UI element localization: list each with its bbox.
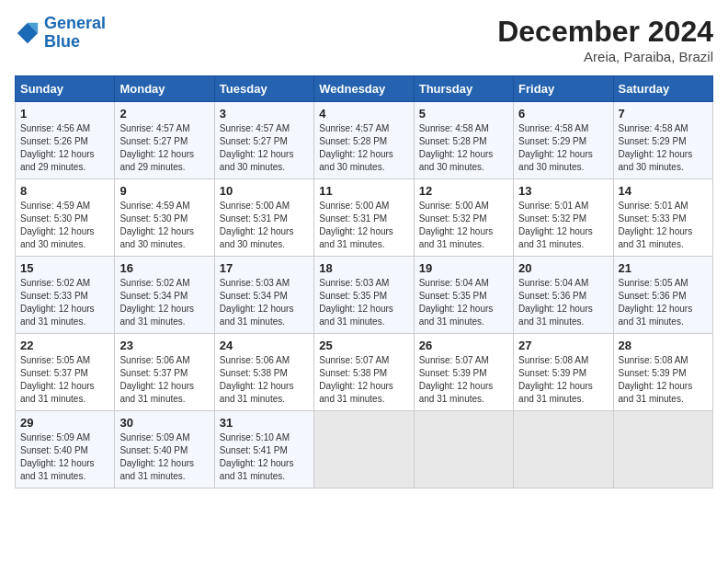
day-number: 2 [119,107,209,121]
day-info: Sunrise: 4:58 AM Sunset: 5:29 PM Dayligh… [619,122,708,174]
day-info: Sunrise: 5:06 AM Sunset: 5:37 PM Dayligh… [119,354,209,406]
calendar-cell: 21Sunrise: 5:05 AM Sunset: 5:36 PM Dayli… [613,257,712,334]
day-number: 11 [319,184,408,198]
day-number: 1 [20,107,109,121]
calendar-cell: 15Sunrise: 5:02 AM Sunset: 5:33 PM Dayli… [16,257,115,334]
calendar-cell: 29Sunrise: 5:09 AM Sunset: 5:40 PM Dayli… [16,411,115,488]
day-number: 18 [319,261,408,275]
calendar-cell: 30Sunrise: 5:09 AM Sunset: 5:40 PM Dayli… [115,411,214,488]
logo: GeneralBlue [15,15,106,52]
day-number: 19 [419,261,508,275]
day-number: 25 [319,339,408,352]
day-info: Sunrise: 5:08 AM Sunset: 5:39 PM Dayligh… [518,354,608,406]
day-info: Sunrise: 5:01 AM Sunset: 5:32 PM Dayligh… [518,200,608,251]
col-wednesday: Wednesday [314,76,414,102]
day-info: Sunrise: 5:04 AM Sunset: 5:35 PM Dayligh… [419,277,508,328]
day-number: 15 [20,261,109,275]
calendar-cell: 5Sunrise: 4:58 AM Sunset: 5:28 PM Daylig… [414,102,513,179]
calendar-week-2: 8Sunrise: 4:59 AM Sunset: 5:30 PM Daylig… [16,179,713,257]
calendar-cell [514,411,613,488]
calendar-cell: 31Sunrise: 5:10 AM Sunset: 5:41 PM Dayli… [214,411,313,488]
calendar-table: Sunday Monday Tuesday Wednesday Thursday… [15,75,713,488]
calendar-week-4: 22Sunrise: 5:05 AM Sunset: 5:37 PM Dayli… [16,334,713,411]
day-info: Sunrise: 5:00 AM Sunset: 5:32 PM Dayligh… [419,200,508,251]
day-number: 26 [419,339,508,352]
day-number: 21 [619,261,708,275]
day-info: Sunrise: 5:05 AM Sunset: 5:36 PM Dayligh… [619,277,708,328]
day-info: Sunrise: 5:01 AM Sunset: 5:33 PM Dayligh… [619,200,708,251]
col-monday: Monday [115,76,214,102]
calendar-cell: 3Sunrise: 4:57 AM Sunset: 5:27 PM Daylig… [214,102,313,179]
day-info: Sunrise: 5:09 AM Sunset: 5:40 PM Dayligh… [20,431,109,483]
day-number: 14 [619,184,708,198]
day-number: 4 [319,107,408,121]
calendar-cell: 27Sunrise: 5:08 AM Sunset: 5:39 PM Dayli… [514,334,613,411]
day-info: Sunrise: 5:00 AM Sunset: 5:31 PM Dayligh… [220,200,309,251]
day-number: 13 [518,184,608,198]
calendar-cell: 23Sunrise: 5:06 AM Sunset: 5:37 PM Dayli… [115,334,214,411]
day-number: 22 [20,339,109,352]
day-number: 24 [220,339,309,352]
day-info: Sunrise: 5:10 AM Sunset: 5:41 PM Dayligh… [220,431,309,483]
calendar-cell [613,411,712,488]
calendar-cell: 19Sunrise: 5:04 AM Sunset: 5:35 PM Dayli… [414,257,513,334]
calendar-cell: 25Sunrise: 5:07 AM Sunset: 5:38 PM Dayli… [314,334,414,411]
col-thursday: Thursday [414,76,513,102]
calendar-cell: 6Sunrise: 4:58 AM Sunset: 5:29 PM Daylig… [514,102,613,179]
calendar-cell: 7Sunrise: 4:58 AM Sunset: 5:29 PM Daylig… [613,102,712,179]
day-number: 30 [119,416,209,430]
calendar-cell: 8Sunrise: 4:59 AM Sunset: 5:30 PM Daylig… [16,179,115,257]
calendar-cell: 1Sunrise: 4:56 AM Sunset: 5:26 PM Daylig… [16,102,115,179]
day-info: Sunrise: 5:03 AM Sunset: 5:34 PM Dayligh… [220,277,309,328]
calendar-cell: 17Sunrise: 5:03 AM Sunset: 5:34 PM Dayli… [214,257,313,334]
day-info: Sunrise: 4:57 AM Sunset: 5:27 PM Dayligh… [119,122,209,174]
day-number: 12 [419,184,508,198]
day-number: 17 [220,261,309,275]
calendar-week-3: 15Sunrise: 5:02 AM Sunset: 5:33 PM Dayli… [16,257,713,334]
day-number: 28 [619,339,708,352]
col-saturday: Saturday [613,76,712,102]
day-info: Sunrise: 5:09 AM Sunset: 5:40 PM Dayligh… [119,431,209,483]
calendar-cell: 20Sunrise: 5:04 AM Sunset: 5:36 PM Dayli… [514,257,613,334]
day-info: Sunrise: 4:56 AM Sunset: 5:26 PM Dayligh… [20,122,109,174]
title-block: December 2024 Areia, Paraiba, Brazil [497,15,713,64]
calendar-cell [314,411,414,488]
day-info: Sunrise: 5:06 AM Sunset: 5:38 PM Dayligh… [220,354,309,406]
calendar-cell: 26Sunrise: 5:07 AM Sunset: 5:39 PM Dayli… [414,334,513,411]
calendar-cell: 28Sunrise: 5:08 AM Sunset: 5:39 PM Dayli… [613,334,712,411]
calendar-week-1: 1Sunrise: 4:56 AM Sunset: 5:26 PM Daylig… [16,102,713,179]
day-info: Sunrise: 5:02 AM Sunset: 5:33 PM Dayligh… [20,277,109,328]
calendar-cell: 18Sunrise: 5:03 AM Sunset: 5:35 PM Dayli… [314,257,414,334]
day-info: Sunrise: 4:58 AM Sunset: 5:28 PM Dayligh… [419,122,508,174]
calendar-cell: 22Sunrise: 5:05 AM Sunset: 5:37 PM Dayli… [16,334,115,411]
day-info: Sunrise: 5:08 AM Sunset: 5:39 PM Dayligh… [619,354,708,406]
day-info: Sunrise: 4:58 AM Sunset: 5:29 PM Dayligh… [518,122,608,174]
day-number: 8 [20,184,109,198]
page-header: GeneralBlue December 2024 Areia, Paraiba… [15,15,713,64]
calendar-cell [414,411,513,488]
logo-icon [15,20,40,46]
calendar-week-5: 29Sunrise: 5:09 AM Sunset: 5:40 PM Dayli… [16,411,713,488]
location-subtitle: Areia, Paraiba, Brazil [497,49,713,64]
day-number: 7 [619,107,708,121]
day-number: 23 [119,339,209,352]
day-number: 20 [518,261,608,275]
day-info: Sunrise: 5:02 AM Sunset: 5:34 PM Dayligh… [119,277,209,328]
col-friday: Friday [514,76,613,102]
calendar-cell: 24Sunrise: 5:06 AM Sunset: 5:38 PM Dayli… [214,334,313,411]
day-number: 27 [518,339,608,352]
header-row: Sunday Monday Tuesday Wednesday Thursday… [16,76,713,102]
day-info: Sunrise: 4:57 AM Sunset: 5:28 PM Dayligh… [319,122,408,174]
logo-text: GeneralBlue [44,15,106,52]
day-info: Sunrise: 5:07 AM Sunset: 5:39 PM Dayligh… [419,354,508,406]
calendar-cell: 10Sunrise: 5:00 AM Sunset: 5:31 PM Dayli… [214,179,313,257]
col-sunday: Sunday [16,76,115,102]
calendar-cell: 12Sunrise: 5:00 AM Sunset: 5:32 PM Dayli… [414,179,513,257]
day-number: 10 [220,184,309,198]
day-number: 31 [220,416,309,430]
col-tuesday: Tuesday [214,76,313,102]
day-info: Sunrise: 5:03 AM Sunset: 5:35 PM Dayligh… [319,277,408,328]
month-title: December 2024 [497,15,713,49]
calendar-cell: 9Sunrise: 4:59 AM Sunset: 5:30 PM Daylig… [115,179,214,257]
calendar-cell: 13Sunrise: 5:01 AM Sunset: 5:32 PM Dayli… [514,179,613,257]
